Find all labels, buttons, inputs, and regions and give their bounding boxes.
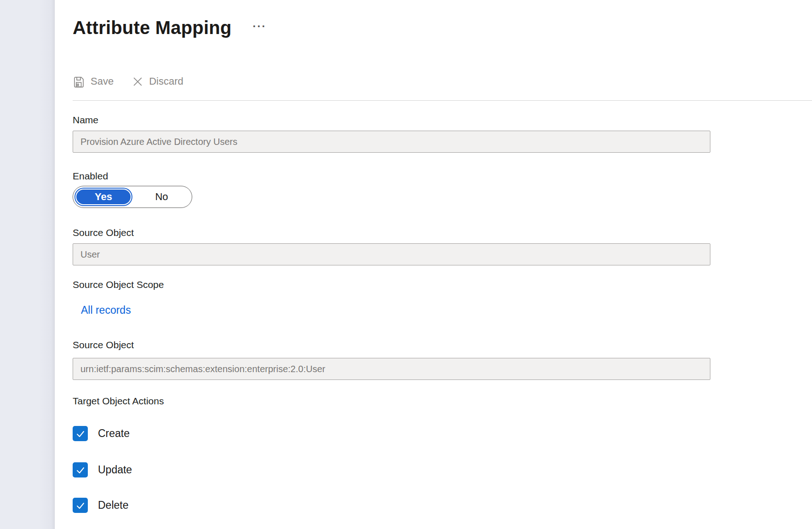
- update-checkbox-label: Update: [98, 464, 132, 476]
- name-input[interactable]: [73, 131, 710, 153]
- toolbar-divider: [73, 100, 812, 101]
- update-checkbox[interactable]: [73, 462, 88, 477]
- source-object-scope-label: Source Object Scope: [73, 279, 812, 290]
- name-label: Name: [73, 115, 812, 126]
- checkmark-icon: [75, 500, 86, 511]
- discard-x-icon: [132, 76, 143, 87]
- discard-button[interactable]: Discard: [132, 75, 183, 87]
- attribute-mapping-page: Attribute Mapping ··· Save: [0, 0, 812, 529]
- left-rail: [0, 0, 55, 529]
- field-source-object-scope: Source Object Scope All records: [73, 279, 812, 316]
- save-button[interactable]: Save: [73, 75, 114, 88]
- source-schema-input[interactable]: [73, 358, 710, 380]
- checkbox-row-update: Update: [73, 462, 812, 477]
- delete-checkbox-label: Delete: [98, 499, 128, 512]
- checkmark-icon: [75, 465, 86, 476]
- field-target-object-actions: Target Object Actions Create Update: [73, 396, 812, 513]
- save-icon: [73, 75, 85, 88]
- enabled-toggle: Yes No: [73, 186, 192, 208]
- checkbox-row-create: Create: [73, 426, 812, 441]
- discard-label: Discard: [149, 75, 183, 87]
- enabled-label: Enabled: [73, 171, 812, 182]
- source-object-input[interactable]: [73, 243, 710, 265]
- target-object-actions-label: Target Object Actions: [73, 396, 812, 407]
- save-label: Save: [91, 75, 114, 87]
- all-records-link[interactable]: All records: [81, 304, 131, 316]
- title-row: Attribute Mapping ···: [73, 17, 812, 39]
- create-checkbox[interactable]: [73, 426, 88, 441]
- toolbar: Save Discard: [73, 73, 812, 90]
- field-name: Name: [73, 115, 812, 153]
- field-source-schema: Source Object: [73, 339, 812, 380]
- source-schema-label: Source Object: [73, 339, 812, 351]
- enabled-toggle-no[interactable]: No: [132, 191, 192, 203]
- create-checkbox-label: Create: [98, 427, 130, 440]
- delete-checkbox[interactable]: [73, 498, 88, 513]
- content-panel: Attribute Mapping ··· Save: [55, 0, 812, 529]
- checkbox-row-delete: Delete: [73, 498, 812, 513]
- page-title: Attribute Mapping: [73, 17, 232, 39]
- field-source-object: Source Object: [73, 227, 812, 265]
- enabled-toggle-yes[interactable]: Yes: [75, 189, 132, 205]
- source-object-label: Source Object: [73, 227, 812, 238]
- more-options-button[interactable]: ···: [253, 21, 267, 32]
- checkmark-icon: [75, 428, 86, 439]
- field-enabled: Enabled Yes No: [73, 171, 812, 208]
